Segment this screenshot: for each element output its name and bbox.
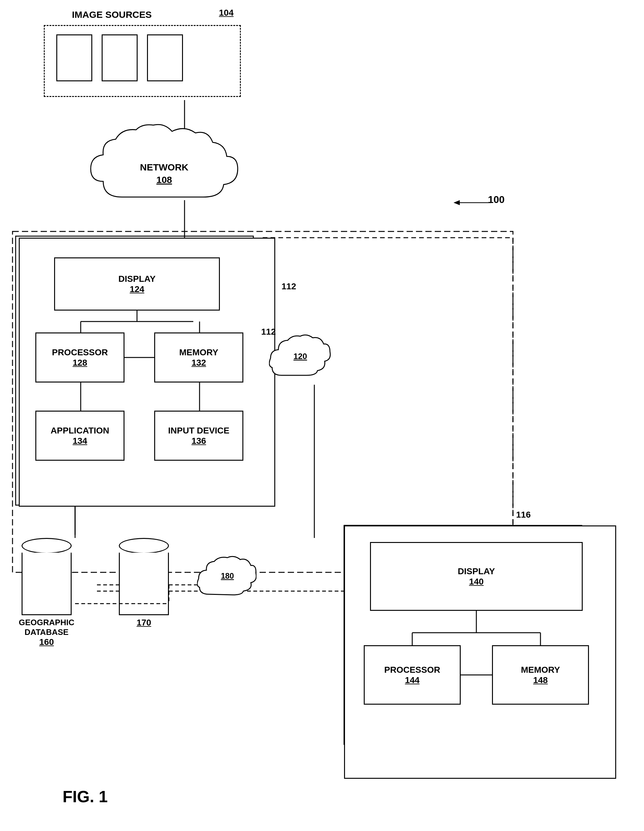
internal-lines bbox=[20, 239, 276, 508]
cloud-120: 120 bbox=[269, 331, 332, 382]
svg-marker-34 bbox=[454, 200, 460, 205]
image-source-items bbox=[56, 34, 183, 81]
system-116-box: DISPLAY 140 PROCESSOR 144 MEMORY 148 bbox=[344, 525, 616, 779]
database-connections bbox=[19, 507, 369, 626]
system-box-112: DISPLAY 124 PROCESSOR 128 MEMORY 132 APP… bbox=[19, 238, 275, 507]
img-src-1 bbox=[56, 34, 92, 81]
ref-100-arrow bbox=[454, 196, 494, 209]
network-cloud: NETWORK 108 bbox=[84, 122, 285, 210]
img-src-3 bbox=[147, 34, 183, 81]
svg-text:108: 108 bbox=[156, 175, 172, 185]
ref-116: 116 bbox=[516, 510, 531, 520]
svg-text:NETWORK: NETWORK bbox=[140, 162, 189, 172]
img-src-2 bbox=[102, 34, 138, 81]
ref-112: 112 bbox=[282, 282, 296, 291]
diagram: IMAGE SOURCES 104 NETWORK 108 DISPLAY 12… bbox=[0, 0, 644, 831]
system-116-internal-lines bbox=[345, 526, 617, 780]
fig-label: FIG. 1 bbox=[62, 787, 108, 806]
ref-112-label: 112 bbox=[261, 327, 276, 337]
image-sources-label: IMAGE SOURCES bbox=[72, 10, 152, 20]
ref-104: 104 bbox=[219, 8, 234, 18]
svg-text:120: 120 bbox=[293, 352, 307, 361]
